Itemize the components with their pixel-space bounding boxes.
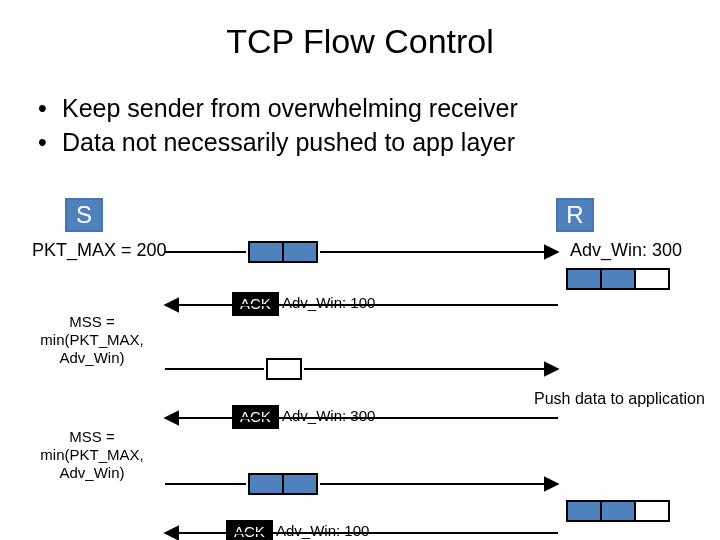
- arrows-layer: [0, 0, 720, 540]
